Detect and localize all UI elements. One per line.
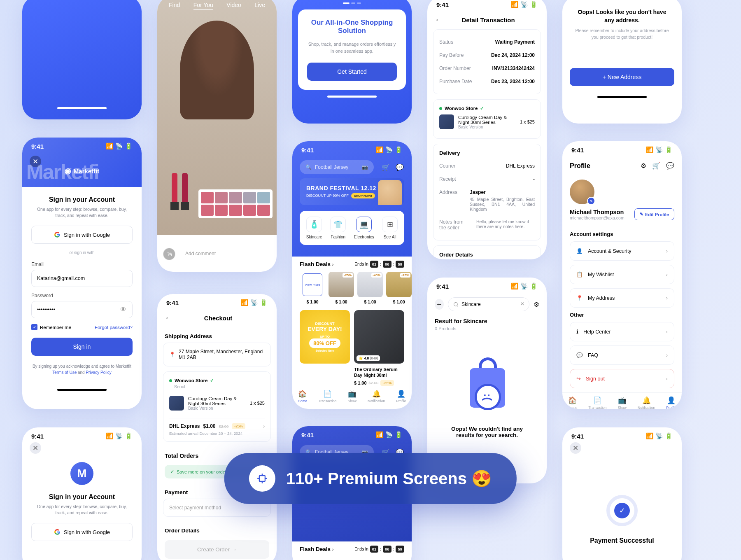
nav-transaction[interactable]: 📄Transaction [318, 390, 336, 403]
nav-show[interactable]: 📺Show [348, 390, 357, 403]
chat-icon[interactable]: 💬 [395, 163, 404, 172]
svg-rect-0 [259, 476, 265, 481]
like-icon[interactable]: ♡ [242, 248, 254, 260]
shop-icon[interactable]: 🛍 [163, 248, 175, 260]
shipping-method[interactable]: DHL Express $1.00 $2.00 -25% › [169, 418, 265, 429]
promo-pill: 110+ Premium Screens 😍 [224, 453, 517, 504]
nav-notification[interactable]: 🔔Notification [368, 390, 385, 403]
chat-icon[interactable]: 💬 [666, 162, 674, 170]
back-icon[interactable]: ← [435, 299, 444, 310]
bag-icon[interactable]: 🛍 [259, 248, 271, 260]
tab-video[interactable]: Video [226, 2, 241, 10]
no-address-title: Oops! Looks like you don't have any addr… [573, 8, 671, 24]
google-signin-button[interactable]: Sign in with Google [31, 226, 133, 244]
promo-banner[interactable]: BRAND FESTIVAL 12.12 DISCOUNT UP 90% OFF… [300, 178, 404, 205]
product-thumb [439, 114, 454, 129]
cat-skincare[interactable]: 🧴Skincare [306, 217, 322, 239]
status-time: 9:41 [436, 1, 449, 8]
remember-checkbox[interactable]: ✓ [31, 324, 37, 330]
faq[interactable]: 💬FAQ› [570, 345, 674, 365]
signin-heading: Sign in your Account [31, 196, 133, 203]
signin-button[interactable]: Sign in [31, 338, 133, 356]
search-input[interactable]: 🔍 Football Jersey📷 [300, 160, 374, 174]
view-more[interactable]: View more [303, 273, 322, 296]
nav-transaction[interactable]: 📄Transaction [588, 396, 606, 409]
flash-product[interactable]: -75%$ 1.00 [386, 272, 412, 304]
get-started-button[interactable]: Get Started [307, 63, 397, 81]
payment-success-title: Payment Successful [562, 537, 682, 544]
close-icon[interactable]: ✕ [30, 442, 41, 454]
google-signin-button[interactable]: Sign in with Google [31, 523, 133, 541]
nav-profile[interactable]: 👤Profile [396, 390, 406, 403]
flash-product[interactable]: -25%$ 1.00 [329, 272, 354, 304]
eye-icon[interactable]: 👁 [120, 306, 127, 313]
flash-product[interactable]: -40%$ 1.00 [357, 272, 383, 304]
shipping-address[interactable]: 📍27 Maple Street, Manchester, England M1… [163, 343, 271, 366]
cat-electronics[interactable]: 💻Electronics [354, 217, 374, 239]
edit-profile-button[interactable]: ✎ Edit Profile [634, 208, 674, 220]
cart-icon[interactable]: 🛒 [381, 163, 390, 172]
account-security[interactable]: 👤Account & Security› [570, 241, 674, 261]
new-address-button[interactable]: + New Address [570, 68, 674, 86]
cat-fashion[interactable]: 👕Fashion [330, 217, 346, 239]
cart-icon[interactable]: 🛒 [652, 162, 660, 170]
discount-banner[interactable]: DISCOUNT EVERY DAY! UP TO 80% OFF Select… [300, 310, 350, 386]
create-order-button[interactable]: Create Order → [165, 540, 269, 559]
avatar[interactable]: ✎ [570, 180, 594, 204]
cat-seeall[interactable]: ⊞See All [382, 217, 398, 239]
nav-show[interactable]: 📺Show [618, 396, 627, 409]
close-icon[interactable]: ✕ [570, 442, 581, 454]
tab-for-you[interactable]: For You [193, 2, 213, 10]
back-icon[interactable]: ← [435, 16, 442, 24]
edit-avatar-icon[interactable]: ✎ [587, 197, 595, 205]
status-icons: 📶 📡 🔋 [511, 1, 538, 8]
password-input[interactable] [31, 301, 133, 318]
filter-icon[interactable]: ⚙ [534, 301, 539, 308]
signout[interactable]: ↪Sign out› [570, 369, 674, 388]
nav-profile[interactable]: 👤Profile [666, 396, 676, 409]
tab-live[interactable]: Live [254, 2, 265, 10]
forgot-password-link[interactable]: Forgot password? [95, 325, 133, 330]
gear-icon[interactable]: ⚙ [641, 162, 646, 170]
email-input[interactable] [31, 270, 133, 287]
no-address-sub: Please remember to include your address … [573, 28, 671, 41]
my-address[interactable]: 📍My Address› [570, 288, 674, 308]
tab-find[interactable]: Find [169, 2, 180, 10]
page-title: Detail Transaction [447, 16, 529, 23]
help-center[interactable]: ℹHelp Center› [570, 322, 674, 341]
clear-icon[interactable]: ✕ [520, 301, 524, 307]
back-icon[interactable]: ← [165, 314, 172, 322]
search-input[interactable] [448, 297, 529, 311]
product-card[interactable]: ⭐ 4.8 (849) The Ordinary Serum Day Night… [354, 310, 404, 386]
my-wishlist[interactable]: 📋My Wishlist› [570, 265, 674, 284]
onboarding-title: Our All-in-One Shopping Solution [307, 19, 397, 35]
nav-notification[interactable]: 🔔Notification [638, 396, 655, 409]
nav-home[interactable]: 🏠Home [568, 396, 578, 409]
nav-home[interactable]: 🏠Home [298, 390, 308, 403]
onboarding-sub: Shop, track, and manage orders effortles… [307, 41, 397, 54]
